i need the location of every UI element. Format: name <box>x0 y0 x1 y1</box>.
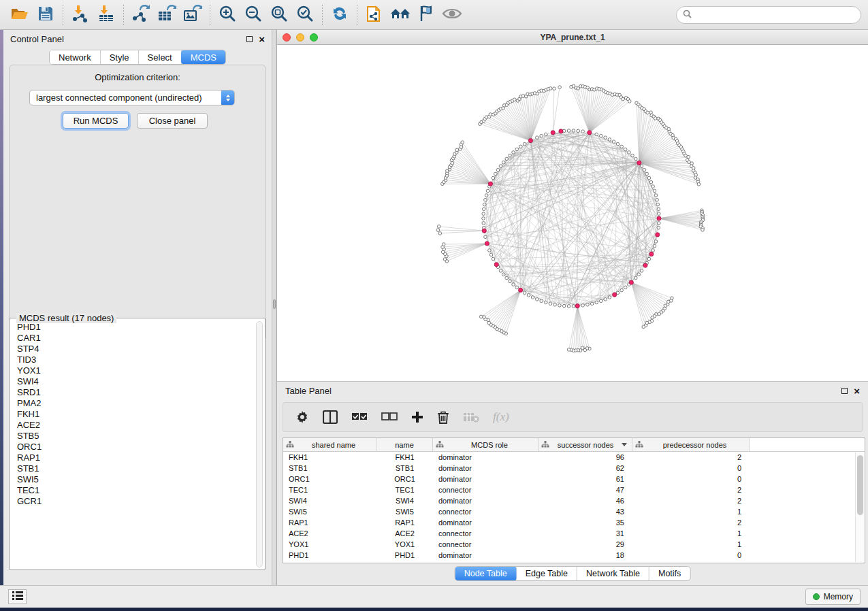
mcds-result-item[interactable]: PMA2 <box>13 398 255 409</box>
network-node[interactable] <box>634 157 637 161</box>
network-node[interactable] <box>489 113 492 116</box>
network-node[interactable] <box>482 222 485 225</box>
tab-network[interactable]: Network <box>50 50 101 64</box>
function-builder-button[interactable]: f(x) <box>493 410 509 424</box>
mcds-hub-node[interactable] <box>528 138 532 142</box>
mcds-result-item[interactable]: RAP1 <box>13 452 255 463</box>
mcds-result-list[interactable]: PHD1CAR1STP4TID3YOX1SWI4SRD1PMA2FKH1ACE2… <box>13 322 255 567</box>
network-node[interactable] <box>482 208 485 211</box>
network-node[interactable] <box>492 257 495 261</box>
network-node[interactable] <box>540 299 543 303</box>
network-node[interactable] <box>616 142 620 146</box>
network-node[interactable] <box>553 87 556 90</box>
table-row[interactable]: SWI4SWI4dominator462 <box>283 495 865 506</box>
network-node[interactable] <box>649 180 653 184</box>
network-node[interactable] <box>499 269 502 273</box>
network-node[interactable] <box>505 157 509 161</box>
mcds-hub-node[interactable] <box>588 131 592 135</box>
mcds-result-item[interactable]: FKH1 <box>13 409 255 420</box>
mcds-hub-node[interactable] <box>613 293 617 297</box>
network-node[interactable] <box>483 203 486 206</box>
network-node[interactable] <box>658 312 661 316</box>
network-node[interactable] <box>527 294 530 297</box>
mcds-result-item[interactable]: CAR1 <box>13 333 255 344</box>
network-node[interactable] <box>654 194 658 197</box>
close-panel-icon[interactable]: × <box>259 34 265 44</box>
network-node[interactable] <box>438 232 442 235</box>
column-header-predecessor-nodes[interactable]: predecessor nodes <box>632 438 750 451</box>
network-node[interactable] <box>544 133 547 136</box>
network-node[interactable] <box>590 302 594 306</box>
network-node[interactable] <box>502 161 505 164</box>
network-node[interactable] <box>624 286 627 289</box>
network-node[interactable] <box>489 253 493 257</box>
table-row[interactable]: SWI5SWI5connector431 <box>283 506 865 517</box>
mcds-hub-node[interactable] <box>656 233 660 237</box>
unselect-all-columns-button[interactable] <box>381 412 398 422</box>
mcds-hub-node[interactable] <box>629 280 633 284</box>
graphics-details-button[interactable] <box>413 3 439 27</box>
mcds-hub-node[interactable] <box>657 216 661 220</box>
task-history-button[interactable] <box>8 589 27 604</box>
select-all-columns-button[interactable] <box>351 412 368 422</box>
network-node[interactable] <box>651 316 654 319</box>
table-row[interactable]: STB1STB1dominator620 <box>283 463 865 474</box>
network-node[interactable] <box>687 155 690 159</box>
tab-node-table[interactable]: Node Table <box>455 566 517 581</box>
mcds-result-item[interactable]: STB1 <box>13 463 255 474</box>
network-node[interactable] <box>577 129 580 133</box>
column-header-successor-nodes[interactable]: successor nodes <box>539 438 632 451</box>
network-node[interactable] <box>701 229 705 232</box>
network-node[interactable] <box>523 291 526 295</box>
mcds-result-item[interactable]: SRD1 <box>13 387 255 398</box>
network-node[interactable] <box>482 212 485 216</box>
network-node[interactable] <box>631 154 634 157</box>
network-node[interactable] <box>640 269 643 273</box>
apply-layout-button[interactable] <box>327 3 353 27</box>
network-node[interactable] <box>486 189 489 193</box>
column-header-MCDS-role[interactable]: MCDS role <box>433 438 539 451</box>
show-column-panel-button[interactable] <box>323 410 338 424</box>
network-node[interactable] <box>531 296 534 299</box>
network-node[interactable] <box>536 136 539 139</box>
network-node[interactable] <box>657 226 660 229</box>
search-input[interactable] <box>696 10 854 20</box>
table-row[interactable]: YOX1YOX1connector291 <box>283 539 865 550</box>
network-node[interactable] <box>608 296 611 299</box>
network-node[interactable] <box>643 168 646 171</box>
network-node[interactable] <box>488 249 492 252</box>
network-node[interactable] <box>485 194 488 197</box>
tab-motifs[interactable]: Motifs <box>649 567 690 580</box>
mcds-hub-node[interactable] <box>482 229 486 233</box>
network-node[interactable] <box>624 148 627 151</box>
search-box[interactable] <box>676 6 861 24</box>
network-node[interactable] <box>654 240 658 244</box>
mcds-list-scrollbar[interactable] <box>256 321 263 567</box>
network-node[interactable] <box>484 235 487 239</box>
mcds-hub-node[interactable] <box>637 161 641 165</box>
network-node[interactable] <box>509 154 512 157</box>
network-node[interactable] <box>656 198 659 201</box>
network-node[interactable] <box>558 304 562 308</box>
network-node[interactable] <box>549 302 552 306</box>
network-node[interactable] <box>581 130 585 133</box>
network-node[interactable] <box>620 288 624 292</box>
mcds-hub-node[interactable] <box>575 304 579 308</box>
network-node[interactable] <box>567 305 570 308</box>
network-node[interactable] <box>586 303 590 306</box>
mcds-hub-node[interactable] <box>551 131 555 135</box>
tab-edge-table[interactable]: Edge Table <box>517 567 577 580</box>
tab-network-table[interactable]: Network Table <box>577 567 649 580</box>
network-node[interactable] <box>653 189 656 193</box>
column-header-name[interactable]: name <box>376 438 433 451</box>
mcds-hub-node[interactable] <box>494 263 498 267</box>
network-node[interactable] <box>612 140 615 144</box>
tab-style[interactable]: Style <box>101 50 139 64</box>
network-node[interactable] <box>646 111 649 114</box>
network-node[interactable] <box>553 303 557 306</box>
network-node[interactable] <box>620 145 624 148</box>
network-node[interactable] <box>443 258 447 261</box>
network-from-selection-button[interactable] <box>361 3 387 27</box>
network-node[interactable] <box>512 283 515 286</box>
memory-button[interactable]: Memory <box>805 589 861 605</box>
